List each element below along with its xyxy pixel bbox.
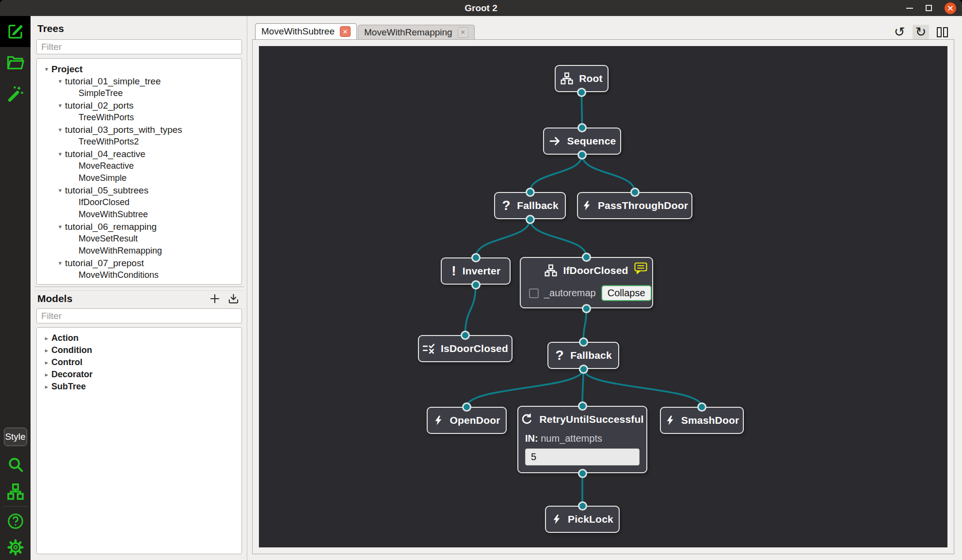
wizard-button[interactable] xyxy=(0,78,31,109)
trees-filter-input[interactable] xyxy=(36,39,242,54)
help-button[interactable] xyxy=(0,508,31,535)
port-top[interactable] xyxy=(578,501,587,511)
port-top[interactable] xyxy=(526,188,535,197)
collapse-button[interactable]: Collapse xyxy=(601,285,652,301)
close-button[interactable] xyxy=(945,2,956,14)
split-view-button[interactable] xyxy=(934,25,950,39)
tree-item[interactable]: MoveWithRemapping xyxy=(39,245,240,257)
caret-icon[interactable]: ▾ xyxy=(55,259,65,267)
caret-icon[interactable]: ▾ xyxy=(55,223,65,230)
tree-item[interactable]: ▾tutorial_03_ports_with_types xyxy=(39,124,240,136)
tree-item[interactable]: ▾tutorial_01_simple_tree xyxy=(39,75,240,87)
caret-icon[interactable]: ▾ xyxy=(42,65,51,73)
num_attempts-input[interactable] xyxy=(525,448,640,465)
tree-node-IfDoorClosed[interactable]: IfDoorClosed_autoremapCollapse xyxy=(520,257,653,308)
tree-item[interactable]: MoveSetResult xyxy=(39,233,240,245)
tab-close-button[interactable]: ✕ xyxy=(340,26,351,37)
tree-item[interactable]: TreeWithPorts xyxy=(39,112,240,124)
settings-button[interactable] xyxy=(0,535,31,560)
exclaim-icon: ! xyxy=(451,264,457,278)
tree-item[interactable]: IfDoorClosed xyxy=(39,196,240,208)
autoremap-checkbox[interactable] xyxy=(529,288,539,298)
tree-item[interactable]: ▾tutorial_06_remapping xyxy=(39,221,240,233)
caret-icon[interactable]: ▾ xyxy=(55,126,65,133)
maximize-button[interactable] xyxy=(926,5,932,11)
port-top[interactable] xyxy=(578,401,587,411)
caret-icon[interactable]: ▸ xyxy=(42,335,51,342)
model-category[interactable]: ▸Action xyxy=(39,332,240,344)
tree-item[interactable]: MoveSimple xyxy=(39,172,240,184)
tree-item[interactable]: MoveReactive xyxy=(39,160,240,172)
tree-item-label: tutorial_03_ports_with_types xyxy=(65,125,182,135)
tree-item[interactable]: SimpleTree xyxy=(39,87,240,99)
tree-item[interactable]: ▾tutorial_07_prepost xyxy=(39,257,240,269)
port-top[interactable] xyxy=(579,337,588,347)
tree-node-RetryUntilSuccessful[interactable]: RetryUntilSuccessfulIN: num_attempts xyxy=(517,406,647,473)
tree-item[interactable]: MoveWithConditions xyxy=(39,269,240,281)
download-icon xyxy=(228,293,239,304)
comment-icon[interactable] xyxy=(634,262,647,276)
caret-icon[interactable]: ▸ xyxy=(42,347,51,354)
tree-item[interactable]: TreeWithPorts2 xyxy=(39,136,240,148)
caret-icon[interactable]: ▸ xyxy=(42,371,51,378)
open-project-button[interactable] xyxy=(0,47,31,78)
editor-mode-button[interactable] xyxy=(0,16,31,47)
model-category[interactable]: ▸Control xyxy=(39,356,240,368)
port-top[interactable] xyxy=(697,402,706,412)
import-models-button[interactable] xyxy=(228,293,239,304)
caret-icon[interactable]: ▾ xyxy=(55,78,65,85)
edge xyxy=(530,155,582,192)
port-top[interactable] xyxy=(462,402,471,412)
caret-icon[interactable]: ▸ xyxy=(42,383,51,390)
tab-close-button[interactable]: ✕ xyxy=(458,27,468,38)
tree-item[interactable]: MoveWithSubtree xyxy=(39,208,240,221)
node-header: PassThroughDoor xyxy=(578,193,691,218)
bolt-icon xyxy=(433,414,444,427)
caret-icon[interactable]: ▾ xyxy=(55,102,65,109)
model-category[interactable]: ▸Condition xyxy=(39,344,240,356)
port-top[interactable] xyxy=(461,331,470,340)
search-button[interactable] xyxy=(0,451,31,478)
port-bottom[interactable] xyxy=(582,304,591,313)
port-bottom[interactable] xyxy=(577,88,586,97)
bolt-icon xyxy=(581,199,592,212)
model-category-label: Condition xyxy=(51,345,92,355)
port-top[interactable] xyxy=(630,188,640,197)
caret-icon[interactable]: ▾ xyxy=(55,187,65,194)
minimize-button[interactable] xyxy=(906,8,913,9)
tree-item[interactable]: ▾tutorial_04_reactive xyxy=(39,148,240,160)
port-bottom[interactable] xyxy=(579,365,588,374)
behavior-tree-canvas[interactable]: RootSequence?FallbackPassThroughDoor!Inv… xyxy=(259,46,947,547)
style-button[interactable]: Style xyxy=(4,428,27,446)
redo-button[interactable]: ↻ xyxy=(913,25,929,39)
port-top[interactable] xyxy=(582,253,591,262)
models-list: ▸Action▸Condition▸Control▸Decorator▸SubT… xyxy=(36,327,242,554)
model-category[interactable]: ▸SubTree xyxy=(39,381,240,393)
caret-icon[interactable]: ▸ xyxy=(42,359,51,366)
edge xyxy=(582,155,635,192)
node-title: IsDoorClosed xyxy=(441,343,508,354)
plus-icon xyxy=(209,293,220,304)
port-bottom[interactable] xyxy=(471,280,481,289)
model-category[interactable]: ▸Decorator xyxy=(39,368,240,381)
add-model-button[interactable] xyxy=(209,293,220,304)
port-top[interactable] xyxy=(471,253,481,262)
port-bottom[interactable] xyxy=(526,215,535,224)
tab-MoveWithRemapping[interactable]: MoveWithRemapping✕ xyxy=(358,25,475,39)
tree-layout-button[interactable] xyxy=(0,478,31,505)
tree-item[interactable]: ▾Project xyxy=(39,63,240,75)
caret-icon[interactable]: ▾ xyxy=(55,150,65,158)
tree-item-label: MoveWithSubtree xyxy=(79,209,148,220)
tab-label: MoveWithRemapping xyxy=(364,27,452,38)
tab-MoveWithSubtree[interactable]: MoveWithSubtree✕ xyxy=(255,23,357,39)
sidebar-splitter[interactable] xyxy=(34,287,244,291)
rail-divider xyxy=(3,506,28,507)
port-bottom[interactable] xyxy=(577,150,587,160)
models-filter-input[interactable] xyxy=(36,308,242,323)
undo-button[interactable]: ↺ xyxy=(891,25,908,39)
question-icon: ? xyxy=(501,199,511,212)
port-top[interactable] xyxy=(577,123,587,132)
tree-item[interactable]: ▾tutorial_02_ports xyxy=(39,99,240,112)
tree-item[interactable]: ▾tutorial_05_subtrees xyxy=(39,184,240,196)
port-bottom[interactable] xyxy=(578,469,587,478)
